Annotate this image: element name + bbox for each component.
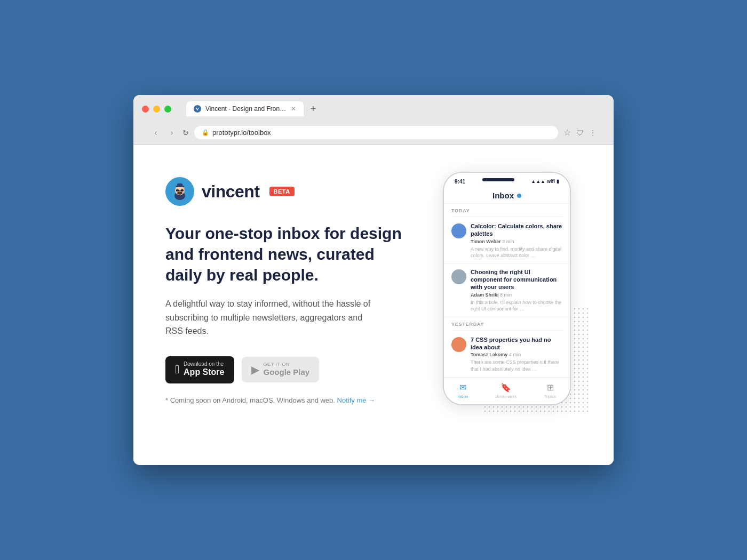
inbox-tab-label: Inbox [458,394,468,399]
phone-wrapper: 9:41 ▲▲▲ wifi ▮ Inbox [432,172,582,405]
separator-2 [451,330,562,331]
tab-close-icon[interactable]: ✕ [291,105,296,113]
author-avatar-2 [451,269,466,284]
bookmarks-tab-label: Bookmarks [495,394,516,399]
tab-topics[interactable]: ⊞ Topics [544,382,557,399]
coming-soon-text: * Coming soon on Android, macOS, Windows… [165,395,411,406]
article-meta-3: Tomasz Lakomy 4 min [471,352,562,357]
notify-link[interactable]: Notify me → [337,396,376,404]
left-section: vincent Beta Your one-stop inbox for des… [165,172,411,405]
phone-screen: Inbox TODAY Calcolor: Calculate colors, … [444,187,570,404]
google-play-label-top: GET IT ON [264,362,310,367]
topics-tab-label: Topics [544,394,557,399]
tab-bar: V Vincent - Design and Frontend N… ✕ + [186,101,321,116]
url-bar[interactable]: 🔒 prototypr.io/toolbox [194,126,558,139]
phone-tab-bar: ✉ Inbox 🔖 Bookmarks ⊞ Topics [444,378,570,404]
article-excerpt-3: There are some CSS properties out there … [471,359,562,372]
refresh-button[interactable]: ↻ [182,129,189,137]
today-label: TODAY [444,204,570,215]
article-item-1[interactable]: Calcolor: Calculate colors, share palett… [444,218,570,264]
article-meta-1: Timon Weber 2 min [471,239,562,244]
beta-badge: Beta [269,187,295,196]
lock-icon: 🔒 [202,129,209,136]
back-button[interactable]: ‹ [150,128,161,138]
svg-rect-3 [176,189,179,191]
article-content-2: Choosing the right UI component for comm… [471,268,562,313]
yesterday-label: YESTERDAY [444,317,570,329]
phone-time: 9:41 [455,179,465,185]
inbox-notification-dot [517,194,521,198]
browser-chrome: V Vincent - Design and Frontend N… ✕ + ‹… [133,95,614,145]
screen-title: Inbox [492,191,514,200]
bookmarks-tab-icon: 🔖 [500,382,511,393]
hero-headline: Your one-stop inbox for design and front… [165,223,411,285]
article-content-3: 7 CSS properties you had no idea about T… [471,336,562,373]
tab-favicon: V [194,105,201,113]
url-text: prototypr.io/toolbox [212,129,271,137]
article-item-2[interactable]: Choosing the right UI component for comm… [444,264,570,317]
google-play-label-main: Google Play [264,367,310,378]
phone-status-bar: 9:41 ▲▲▲ wifi ▮ [444,173,570,187]
menu-icon[interactable]: ⋮ [589,129,597,137]
logo-avatar [165,177,194,206]
article-meta-2: Adam Shriki 8 min [471,292,562,298]
page-content: vincent Beta Your one-stop inbox for des… [133,145,614,465]
tab-title: Vincent - Design and Frontend N… [205,105,287,113]
active-tab[interactable]: V Vincent - Design and Frontend N… ✕ [186,101,304,116]
cta-buttons:  Download on the App Store ▶ GET IT ON … [165,356,411,383]
screen-header: Inbox [444,187,570,204]
article-title-3: 7 CSS properties you had no idea about [471,336,562,351]
svg-rect-8 [177,183,182,187]
logo-row: vincent Beta [165,177,411,206]
browser-controls: V Vincent - Design and Frontend N… ✕ + [142,101,605,116]
logo-name: vincent [202,182,260,202]
google-play-button[interactable]: ▶ GET IT ON Google Play [242,357,320,383]
article-content-1: Calcolor: Calculate colors, share palett… [471,222,562,259]
maximize-button[interactable] [164,106,171,113]
bookmark-icon[interactable]: ☆ [563,127,571,138]
tab-bookmarks[interactable]: 🔖 Bookmarks [495,382,516,399]
article-title-2: Choosing the right UI component for comm… [471,268,562,291]
svg-rect-4 [181,189,184,191]
browser-window: V Vincent - Design and Frontend N… ✕ + ‹… [133,95,614,465]
app-store-label-main: App Store [184,367,224,378]
inbox-tab-icon: ✉ [459,382,466,393]
article-excerpt-1: A new way to find, modify and share digi… [471,246,562,259]
minimize-button[interactable] [153,106,160,113]
extension-icon[interactable]: 🛡 [576,129,584,137]
tab-inbox[interactable]: ✉ Inbox [458,382,468,399]
address-bar: ‹ › ↻ 🔒 prototypr.io/toolbox ☆ 🛡 ⋮ [142,122,605,145]
new-tab-button[interactable]: + [306,101,321,116]
app-store-label-top: Download on the [184,362,224,367]
browser-actions: ☆ 🛡 ⋮ [563,127,597,138]
svg-point-6 [177,191,182,195]
topics-tab-icon: ⊞ [547,382,554,393]
phone-notch [482,178,514,181]
close-button[interactable] [142,106,149,113]
article-excerpt-2: In this article, I'll explain how to cho… [471,299,562,313]
battery-icon: ▮ [557,179,559,184]
signal-icon: ▲▲▲ [531,179,545,184]
article-title-1: Calcolor: Calculate colors, share palett… [471,222,562,238]
separator-1 [451,217,562,217]
phone-mockup: 9:41 ▲▲▲ wifi ▮ Inbox [443,172,571,405]
forward-button[interactable]: › [166,128,177,138]
app-store-button[interactable]:  Download on the App Store [165,356,234,383]
wifi-icon: wifi [547,179,555,184]
author-avatar-3 [451,337,466,352]
hero-subheadline: A delightful way to stay informed, witho… [165,297,379,338]
article-item-3[interactable]: 7 CSS properties you had no idea about T… [444,332,570,378]
google-play-icon: ▶ [251,363,259,376]
right-section: 9:41 ▲▲▲ wifi ▮ Inbox [432,172,582,405]
apple-icon:  [175,363,179,377]
author-avatar-1 [451,223,466,238]
status-icons: ▲▲▲ wifi ▮ [531,179,559,184]
